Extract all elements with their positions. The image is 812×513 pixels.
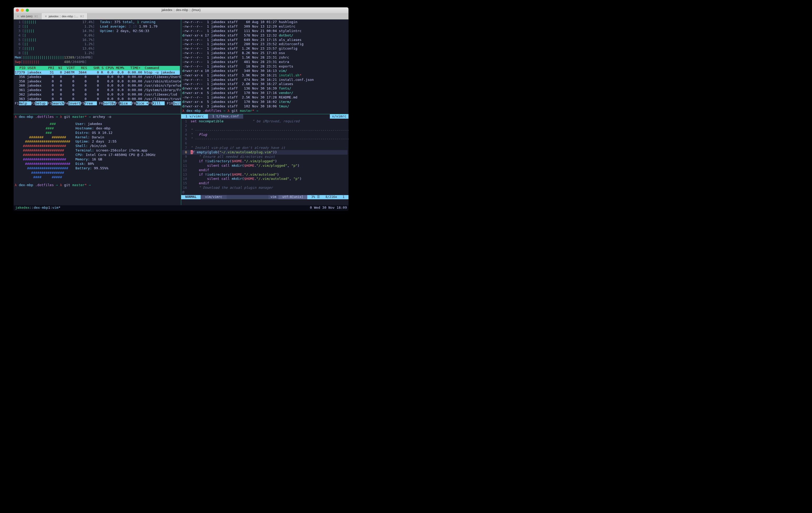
info-row: Battery: 99.55%% [76,166,155,171]
table-row[interactable]: 356 jakedex 0 0 0 0 0 0.0 0.0 0:00.00 /u… [15,75,180,79]
htop-header: PID USER PRI NI VIRT RES SHR S CPU% MEM%… [15,66,180,70]
info-row: Hostname: dex-mbp [76,126,155,131]
tab-bar: ✕ vim (vim) ⌘1 ✕ jakedex :: dex-mbp ::… … [13,13,348,20]
logo-line: ###################### [15,162,70,166]
table-row[interactable]: 360 jakedex 0 0 0 0 0 0.0 0.0 0:00.00 /u… [15,84,180,88]
shell-prompt[interactable]: λ dex-mbp .dotfiles → λ git master* → [15,183,180,187]
pane-archey[interactable]: λ dex-mbp .dotfiles → λ git master* → ar… [13,114,181,205]
logo-line: #################### [15,148,70,153]
tab-shortcut: ⌘2 [80,15,84,18]
info-row: Disk: 80% [76,162,155,166]
table-row: drwxr-xr-x 17 jakedex staff 578 Nov 23 1… [182,33,347,38]
shell-prompt[interactable]: λ dex-mbp .dotfiles → λ git master* → ar… [15,115,180,119]
table-row[interactable]: 358 jakedex 0 0 0 0 0 0.0 0.0 0:00.00 /u… [15,79,180,84]
code-line[interactable]: 1 set nocompatible " be iMproved, requir… [182,119,347,124]
table-row: -rw-r--r-- 1 jakedex staff 2.6K Nov 30 1… [182,82,347,86]
close-tab-icon[interactable]: ✕ [45,14,47,18]
code-line[interactable]: 8 if empty(glob("~/.vim/autoload/plug.vi… [182,150,347,155]
tab-label: jakedex :: dex-mbp ::… [49,14,78,18]
table-row: drwxr-xr-x 4 jakedex staff 136 Nov 30 16… [182,86,347,91]
code-line[interactable]: 3 " ------------------------------------… [182,128,347,132]
code-line[interactable]: 13 if !isdirectory($HOME."/.vim/autoload… [182,173,347,177]
table-row[interactable]: 362 jakedex 0 0 0 0 0 0.0 0.0 0:00.00 /u… [15,92,180,97]
table-row: -rw-r--r-- 1 jakedex staff 481 Nov 28 23… [182,60,347,64]
logo-line: #################### [15,166,70,171]
table-row: -rwxr-xr-x 1 jakedex staff 3.9K Nov 30 1… [182,73,347,78]
table-row[interactable]: 363 jakedex 0 0 0 0 0 0.0 0.0 0:00.00 /u… [15,97,180,101]
info-row: Uptime: 2 days 2:55 [76,140,155,144]
code-line[interactable]: 7 " Install vim-plug if we don't already… [182,146,347,150]
vim-at: @ [182,190,347,194]
pane-htop[interactable]: 1[|||||| 17.4%]2[|| 1.2%]3[||||| 14.3%]4… [13,20,181,114]
pane-vim[interactable]: 1 v/vimrc 1 t/tmux.conf v/vimrc1 set noc… [181,114,348,205]
tab-tmux[interactable]: ✕ jakedex :: dex-mbp ::… ⌘2 [41,13,87,20]
table-row[interactable]: 361 jakedex 0 0 0 0 0 0.0 0.0 0:00.00 /S… [15,88,180,92]
code-line[interactable]: 16 " Download the actual plugin manager [182,186,347,190]
table-row: -rw-r--r-- 1 jakedex staff 60 Aug 10 01:… [182,20,347,24]
logo-line: #################### [15,153,70,157]
table-row: drwxr-xr-x 10 jakedex staff 340 Nov 30 1… [182,69,347,73]
info-row: Shell: /bin/zsh [76,144,155,148]
close-tab-icon[interactable]: ✕ [17,14,19,18]
code-line[interactable]: 12 endif [182,168,347,173]
code-line[interactable]: 5 " ------------------------------------… [182,137,347,141]
code-line[interactable]: 4 " Plug [182,132,347,137]
vim-encoding: utf-8[unix] [279,195,307,199]
info-row: User: jakedex [76,122,155,126]
table-row: -rw-r--r-- 1 jakedex staff 1.2K Nov 23 2… [182,47,347,51]
tmux-statusbar: jakedex::dex-mbp1:vim* 0 Wed 30 Nov 18:0… [13,205,348,211]
info-row: Memory: 16 GB [76,157,155,162]
vim-tab[interactable]: 1 v/vimrc [181,114,208,119]
vim-tabline: 1 v/vimrc 1 t/tmux.conf v/vimrc [181,114,348,119]
code-line[interactable]: 2 [182,124,347,128]
logo-line: ####### ####### [15,135,70,140]
code-line[interactable]: 10 if !isdirectory($HOME."/.vim/plugged"… [182,159,347,163]
vim-file: vim/vimrc [201,195,227,199]
code-line[interactable]: 9 " Ensure all needed directories exist [182,155,347,159]
code-line[interactable]: 11 silent call mkdir($HOME."/.vim/plugge… [182,163,347,168]
info-row: Kernel: Darwin [76,135,155,140]
logo-line: ### [15,122,70,126]
logo-line: #### [15,126,70,131]
table-row: -rw-r--r-- 1 jakedex staff 474 Nov 30 16… [182,78,347,82]
logo-line: ### [15,131,70,135]
table-row: -rw-r--r-- 1 jakedex staff 309 Nov 13 12… [182,24,347,29]
logo-line: ##################### [15,157,70,162]
tmux-status-right: 0 Wed 30 Nov 18:09 [310,206,347,210]
tmux-panes: 1[|||||| 17.4%]2[|| 1.2%]3[||||| 14.3%]4… [13,20,348,205]
pane-ls[interactable]: -rw-r--r-- 1 jakedex staff 60 Aug 10 01:… [181,20,348,114]
table-row: -rw-r--r-- 1 jakedex staff 8.2K Nov 25 1… [182,51,347,55]
tmux-status-left: jakedex::dex-mbp1:vim* [15,206,60,210]
titlebar[interactable]: jakedex :: dex-mbp :: (tmux) [13,7,348,13]
logo-line: ###################### [15,140,70,144]
vim-position: 3% ☰ 8/216≡ 1 [307,195,348,199]
tab-label: vim (vim) [21,14,33,18]
table-row: -rw-r--r-- 1 jakedex staff 18 Nov 28 23:… [182,64,347,69]
table-row: -rw-r--r-- 1 jakedex staff 1.5K Nov 28 2… [182,55,347,60]
logo-line: #### ##### [15,175,70,180]
table-row: -rw-r--r-- 1 jakedex staff 2.5K Nov 30 1… [182,95,347,100]
vim-tab[interactable]: 1 t/tmux.conf [208,114,243,119]
vim-tab-right: v/vimrc [330,114,348,119]
info-row: Terminal: screen-256color iTerm.app [76,148,155,153]
info-row: CPU: Intel Core i7-4850HQ CPU @ 2.30GHz [76,153,155,157]
window-title: jakedex :: dex-mbp :: (tmux) [13,8,348,12]
vim-statusline: NORMAL vim/vimrc vim utf-8[unix] 3% ☰ 8/… [181,195,348,199]
table-row: -rw-r--r-- 1 jakedex staff 280 Nov 23 23… [182,42,347,47]
htop-fkeys: F1Help F2Setup F3SearchF4InvertF5Tree F6… [15,101,180,106]
tab-shortcut: ⌘1 [34,15,38,18]
table-row: -rw-r--r-- 1 jakedex staff 649 Nov 23 17… [182,38,347,42]
table-row: drwxr-xr-x 3 jakedex staff 102 Nov 30 18… [182,104,347,109]
table-row[interactable]: 17379 jakedex 31 0 2407M 3844 0 R 0.0 0.… [15,70,180,75]
code-line[interactable]: 14 silent call mkdir($HOME."/.vim/autolo… [182,177,347,181]
logo-line: ################ [15,171,70,175]
tab-vim[interactable]: ✕ vim (vim) ⌘1 [13,13,41,20]
code-line[interactable]: 15 endif [182,181,347,186]
vim-mode: NORMAL [181,195,201,199]
table-row: drwxr-xr-x 5 jakedex staff 170 Nov 30 18… [182,100,347,104]
code-line[interactable]: 6 [182,141,347,146]
table-row: -rw-r--r-- 1 jakedex staff 111 Nov 21 00… [182,29,347,33]
shell-prompt[interactable]: λ dex-mbp .dotfiles → λ git master* → [182,109,347,113]
vim-filetype: vim [268,195,279,199]
terminal-window: jakedex :: dex-mbp :: (tmux) ✕ vim (vim)… [13,7,348,211]
